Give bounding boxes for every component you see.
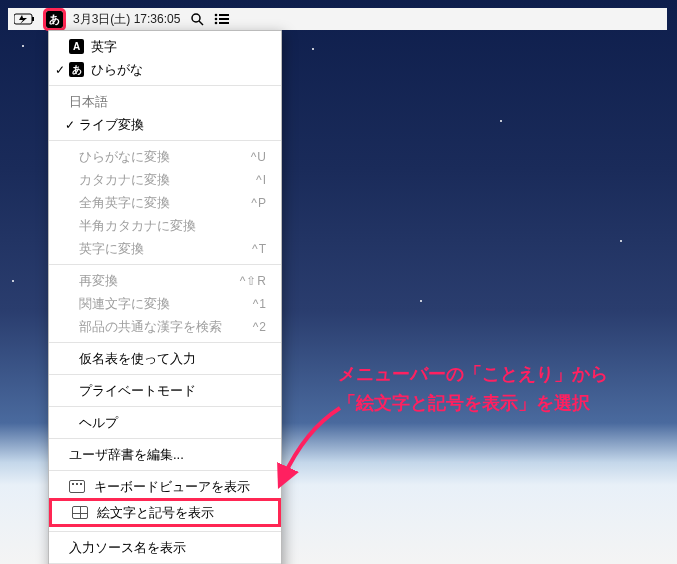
label: 関連文字に変換 [79,295,170,313]
menu-item-reconvert: 再変換^⇧R [49,269,281,292]
shortcut: ^P [251,196,267,210]
menu-item-hiragana[interactable]: ✓あひらがな [49,58,281,81]
shortcut: ^2 [253,320,267,334]
menu-item-live-convert[interactable]: ✓ライブ変換 [49,113,281,136]
shortcut: ^⇧R [240,274,267,288]
label: ライブ変換 [79,116,144,134]
latin-a-icon: A [69,39,84,54]
menu-item-emoji-symbols[interactable]: 絵文字と記号を表示 [49,498,281,527]
datetime[interactable]: 3月3日(土) 17:36:05 [73,11,180,28]
menubar: あ 3月3日(土) 17:36:05 [8,8,667,30]
spotlight-icon[interactable] [190,12,204,26]
shortcut: ^U [251,150,267,164]
label: 部品の共通な漢字を検索 [79,318,222,336]
menu-item-convert-fullwidth: 全角英字に変換^P [49,191,281,214]
svg-rect-1 [32,17,34,21]
shortcut: ^I [256,173,267,187]
label: プライベートモード [79,382,196,400]
svg-point-2 [192,14,200,22]
menu-item-convert-hiragana: ひらがなに変換^U [49,145,281,168]
label: ひらがな [91,61,143,79]
menu-item-keyboard-viewer[interactable]: キーボードビューアを表示 [49,475,281,498]
label: 再変換 [79,272,118,290]
character-grid-icon [72,506,88,519]
svg-point-4 [215,14,218,17]
input-source-icon[interactable]: あ [46,11,63,28]
separator [49,438,281,439]
label: 全角英字に変換 [79,194,170,212]
label: カタカナに変換 [79,171,170,189]
separator [49,406,281,407]
separator [49,470,281,471]
menu-item-show-source-name[interactable]: 入力ソース名を表示 [49,536,281,559]
label: ユーザ辞書を編集... [69,446,184,464]
hiragana-a-icon: あ [69,62,84,77]
separator [49,342,281,343]
menu-item-convert-katakana: カタカナに変換^I [49,168,281,191]
separator [49,374,281,375]
svg-point-8 [215,22,218,25]
input-glyph: あ [49,12,60,27]
menu-item-help[interactable]: ヘルプ [49,411,281,434]
separator [49,531,281,532]
menu-item-convert-halfkata: 半角カタカナに変換 [49,214,281,237]
menu-item-kana-table[interactable]: 仮名表を使って入力 [49,347,281,370]
svg-rect-5 [219,14,229,16]
separator [49,264,281,265]
battery-icon [14,13,36,25]
shortcut: ^T [252,242,267,256]
label: 半角カタカナに変換 [79,217,196,235]
svg-line-3 [199,21,203,25]
menu-item-private-mode[interactable]: プライベートモード [49,379,281,402]
keyboard-icon [69,480,85,493]
label: 仮名表を使って入力 [79,350,196,368]
menu-item-edit-dict[interactable]: ユーザ辞書を編集... [49,443,281,466]
separator [49,140,281,141]
label: 入力ソース名を表示 [69,539,186,557]
label: 英字に変換 [79,240,144,258]
menu-header-japanese: 日本語 [49,90,281,113]
separator [49,85,281,86]
label: 絵文字と記号を表示 [97,504,214,522]
input-source-menu: A英字 ✓あひらがな 日本語 ✓ライブ変換 ひらがなに変換^U カタカナに変換^… [48,30,282,564]
menu-item-convert-roman: 英字に変換^T [49,237,281,260]
notification-icon[interactable] [214,13,229,25]
shortcut: ^1 [253,297,267,311]
svg-rect-7 [219,18,229,20]
check-icon: ✓ [65,118,75,132]
svg-point-6 [215,18,218,21]
check-icon: ✓ [55,63,65,77]
menu-item-related-chars: 関連文字に変換^1 [49,292,281,315]
label: キーボードビューアを表示 [94,478,250,496]
svg-rect-9 [219,22,229,24]
label: 英字 [91,38,117,56]
label: ヘルプ [79,414,118,432]
menu-item-common-kanji: 部品の共通な漢字を検索^2 [49,315,281,338]
menu-item-eiji[interactable]: A英字 [49,35,281,58]
label: ひらがなに変換 [79,148,170,166]
annotation-text: メニューバーの「ことえり」から 「絵文字と記号を表示」を選択 [338,360,608,418]
